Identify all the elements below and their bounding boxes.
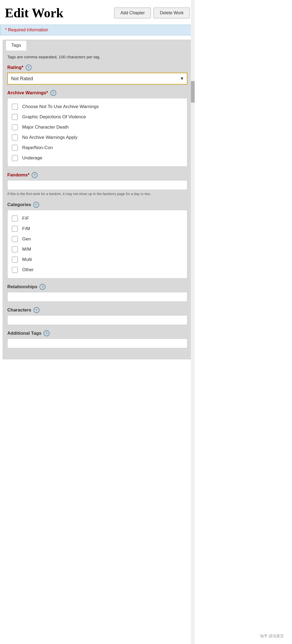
characters-label: Characters ? — [7, 307, 187, 313]
category-label-multi: Multi — [22, 257, 32, 262]
tags-tab[interactable]: Tags — [6, 40, 27, 51]
list-item: Major Character Death — [12, 122, 183, 132]
add-chapter-button[interactable]: Add Chapter — [114, 8, 151, 18]
categories-help-icon[interactable]: ? — [33, 202, 39, 208]
list-item: F/F — [12, 213, 183, 224]
additional-tags-field-group: Additional Tags ? — [7, 330, 187, 348]
list-item: Graphic Depictions Of Violence — [12, 112, 183, 122]
warning-checkbox-6[interactable] — [12, 155, 18, 161]
tags-description: Tags are comma separated, 100 characters… — [7, 50, 187, 65]
category-checkbox-mm[interactable] — [12, 246, 18, 252]
tags-section: Tags Tags are comma separated, 100 chara… — [3, 40, 192, 359]
warning-label-2: Graphic Depictions Of Violence — [22, 114, 86, 120]
warning-checkbox-4[interactable] — [12, 135, 18, 140]
warning-checkbox-3[interactable] — [12, 124, 18, 130]
relationships-label: Relationships ? — [7, 284, 187, 290]
category-label-other: Other — [22, 267, 34, 273]
warning-checkbox-2[interactable] — [12, 114, 18, 120]
warning-label-3: Major Character Death — [22, 125, 69, 130]
category-label-mm: M/M — [22, 247, 31, 252]
relationships-help-icon[interactable]: ? — [39, 284, 45, 290]
category-checkbox-ff[interactable] — [12, 216, 18, 222]
fandoms-label: Fandoms* ? — [7, 172, 187, 178]
warning-label-6: Underage — [22, 155, 42, 161]
list-item: Choose Not To Use Archive Warnings — [12, 102, 183, 112]
list-item: No Archive Warnings Apply — [12, 132, 183, 143]
fandoms-field-group: Fandoms* ? If this is the first work for… — [7, 172, 187, 196]
warning-label-1: Choose Not To Use Archive Warnings — [22, 104, 99, 109]
additional-tags-label: Additional Tags ? — [7, 330, 187, 336]
categories-field-group: Categories ? F/F F/M Gen — [7, 202, 187, 279]
relationships-input[interactable] — [7, 292, 187, 302]
delete-work-button[interactable]: Delete Work — [154, 8, 190, 18]
header-buttons: Add Chapter Delete Work — [114, 8, 190, 18]
category-checkbox-fm[interactable] — [12, 226, 18, 232]
required-info-text: * Required information — [5, 28, 48, 32]
rating-help-icon[interactable]: ? — [26, 65, 32, 71]
list-item: Rape/Non-Con — [12, 143, 183, 153]
warning-checkbox-1[interactable] — [12, 104, 18, 110]
scrollbar-thumb[interactable] — [191, 81, 195, 103]
list-item: M/M — [12, 244, 183, 254]
category-label-gen: Gen — [22, 236, 31, 242]
relationships-field-group: Relationships ? — [7, 284, 187, 302]
rating-select-wrapper: Not Rated General Audiences Teen And Up … — [7, 73, 187, 85]
scrollbar-track — [191, 0, 195, 644]
category-checkbox-other[interactable] — [12, 267, 18, 273]
tags-content: Tags are comma separated, 100 characters… — [3, 50, 192, 348]
warning-checkbox-5[interactable] — [12, 145, 18, 151]
additional-tags-input[interactable] — [7, 338, 187, 348]
fandoms-hint: If this is the first work for a fandom, … — [7, 190, 187, 196]
rating-label: Rating* ? — [7, 65, 187, 71]
list-item: Other — [12, 265, 183, 275]
archive-warnings-label: Archive Warnings* ? — [7, 90, 187, 96]
category-checkbox-multi[interactable] — [12, 257, 18, 263]
rating-select[interactable]: Not Rated General Audiences Teen And Up … — [7, 73, 187, 85]
fandoms-help-icon[interactable]: ? — [32, 172, 38, 178]
rating-field-group: Rating* ? Not Rated General Audiences Te… — [7, 65, 187, 85]
list-item: Multi — [12, 254, 183, 265]
page-header: Edit Work Add Chapter Delete Work — [0, 0, 195, 25]
archive-warnings-field-group: Archive Warnings* ? Choose Not To Use Ar… — [7, 90, 187, 167]
archive-warnings-help-icon[interactable]: ? — [50, 90, 56, 96]
characters-input[interactable] — [7, 315, 187, 325]
categories-list: F/F F/M Gen M/M — [7, 210, 187, 279]
category-label-ff: F/F — [22, 216, 29, 221]
warning-label-5: Rape/Non-Con — [22, 145, 53, 150]
required-info-banner: * Required information — [0, 25, 195, 35]
archive-warnings-list: Choose Not To Use Archive Warnings Graph… — [7, 98, 187, 167]
fandoms-input[interactable] — [7, 180, 187, 190]
category-checkbox-gen[interactable] — [12, 236, 18, 242]
additional-tags-help-icon[interactable]: ? — [44, 330, 49, 336]
categories-label: Categories ? — [7, 202, 187, 208]
list-item: F/M — [12, 224, 183, 234]
page-title: Edit Work — [5, 5, 64, 20]
warning-label-4: No Archive Warnings Apply — [22, 135, 77, 140]
list-item: Gen — [12, 234, 183, 244]
list-item: Underage — [12, 153, 183, 163]
characters-help-icon[interactable]: ? — [34, 307, 39, 313]
characters-field-group: Characters ? — [7, 307, 187, 325]
category-label-fm: F/M — [22, 226, 30, 232]
